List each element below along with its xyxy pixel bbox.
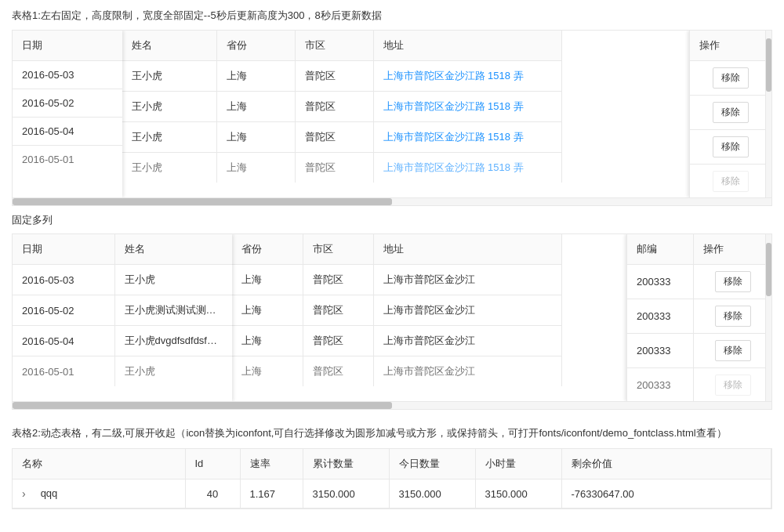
- remove-button[interactable]: 移除: [713, 171, 749, 192]
- col-city-header: 市区: [295, 31, 373, 61]
- table2-left-fixed: 日期 姓名 2016-05-03 王小虎 2016-05-02 王小虎测试测试测…: [13, 234, 232, 401]
- table3-title: 表格2:动态表格，有二级,可展开收起（icon替换为iconfont,可自行选择…: [12, 425, 772, 442]
- col-total-header: 累计数量: [303, 449, 389, 480]
- table-row: 200333 移除: [627, 265, 772, 299]
- col-id-header: Id: [185, 449, 240, 480]
- table-row: 移除: [690, 60, 772, 95]
- col-province-header: 省份: [216, 31, 295, 61]
- table-row: 上海 普陀区 上海市普陀区金沙江: [232, 326, 561, 356]
- table1-section: 表格1:左右固定，高度限制，宽度全部固定--5秒后更新高度为300，8秒后更新数…: [12, 8, 772, 206]
- table-row: 王小虎 上海 普陀区 上海市普陀区金沙江路 1518 弄: [122, 91, 561, 121]
- table-row: 2016-05-03 王小虎: [13, 265, 232, 295]
- row-today: 3150.000: [389, 479, 475, 508]
- table-row: 移除: [690, 129, 772, 164]
- table-row: 2016-05-01 王小虎: [13, 356, 232, 387]
- col-rate-header: 速率: [240, 449, 303, 480]
- scrollbar-thumb-horizontal: [13, 198, 392, 205]
- row-remaining: -76330647.00: [561, 479, 771, 508]
- table-row: 2016-05-02: [13, 89, 122, 117]
- table2-right-fixed: 邮编 操作 200333 移除 200333 移除: [626, 234, 771, 401]
- table-row: 上海 普陀区 上海市普陀区金沙江: [232, 356, 561, 387]
- col-name-header: 姓名: [122, 31, 216, 61]
- table3-section: 表格2:动态表格，有二级,可展开收起（icon替换为iconfont,可自行选择…: [12, 425, 772, 509]
- table-row: 200333 移除: [627, 299, 772, 334]
- col-date2-header: 日期: [13, 234, 114, 265]
- col-hours-header: 小时量: [475, 449, 561, 480]
- table-row: 2016-05-01: [13, 145, 122, 173]
- row-id: 40: [185, 479, 240, 508]
- table2-section: 固定多列 日期 姓名 2016-05-03 王小虎: [12, 212, 772, 411]
- row-rate: 1.167: [240, 479, 303, 508]
- horizontal-scrollbar[interactable]: [12, 198, 772, 206]
- vertical-scrollbar[interactable]: [765, 31, 771, 197]
- table-row: 2016-05-04 王小虎dvgdfsdfdsfdfdfdfdsf: [13, 326, 232, 356]
- table-row: › qqq 40 1.167 3150.000 3150.000 3150.00…: [13, 479, 771, 508]
- col-today-header: 今日数量: [389, 449, 475, 480]
- table-row: 2016-05-03: [13, 60, 122, 89]
- scrollbar-thumb-vertical: [766, 38, 771, 92]
- vertical-scrollbar-2[interactable]: [765, 234, 771, 401]
- expand-icon[interactable]: ›: [22, 487, 34, 500]
- table-row: 2016-05-02 王小虎测试测试测试测试测试宽度: [13, 295, 232, 326]
- remove-button[interactable]: 移除: [715, 271, 751, 292]
- col-zip-header: 邮编: [627, 234, 694, 265]
- col-name2-header: 姓名: [114, 234, 232, 265]
- remove-button[interactable]: 移除: [715, 340, 751, 361]
- table1-title: 表格1:左右固定，高度限制，宽度全部固定--5秒后更新高度为300，8秒后更新数…: [12, 8, 772, 24]
- col-city2-header: 市区: [303, 234, 373, 265]
- col-address2-header: 地址: [373, 234, 561, 265]
- remove-button[interactable]: 移除: [713, 67, 749, 89]
- table-row: 200333 移除: [627, 334, 772, 368]
- table-row: 移除: [690, 164, 772, 197]
- scrollbar-thumb-horizontal-2: [13, 402, 392, 409]
- table-row: 上海 普陀区 上海市普陀区金沙江: [232, 265, 561, 295]
- row-total: 3150.000: [303, 479, 389, 508]
- col-remaining-header: 剩余价值: [561, 449, 771, 480]
- table-row: 移除: [690, 95, 772, 129]
- col-action-header: 操作: [690, 31, 772, 61]
- table2-title: 固定多列: [12, 212, 772, 228]
- remove-button[interactable]: 移除: [715, 375, 751, 396]
- table-row: 2016-05-04: [13, 117, 122, 145]
- row-name: qqq: [41, 487, 58, 499]
- horizontal-scrollbar-2[interactable]: [12, 402, 772, 410]
- col-province2-header: 省份: [232, 234, 303, 265]
- col-date-header: 日期: [13, 31, 122, 61]
- table-row: 王小虎 上海 普陀区 上海市普陀区金沙江路 1518 弄: [122, 60, 561, 91]
- row-hours: 3150.000: [475, 479, 561, 508]
- table-row: 王小虎 上海 普陀区 上海市普陀区金沙江路 1518 弄: [122, 121, 561, 152]
- col-action2-header: 操作: [694, 234, 772, 265]
- table2-center-scroll[interactable]: 省份 市区 地址 上海 普陀区 上海市普陀区金沙江 上海: [232, 234, 626, 401]
- remove-button[interactable]: 移除: [713, 102, 749, 123]
- table3-container[interactable]: 名称 Id 速率 累计数量 今日数量 小时量 剩余价值 › qqq 40 1.1…: [12, 448, 772, 510]
- table1-left-fixed: 日期 2016-05-03 2016-05-02 2016-05-04 2016…: [13, 31, 122, 197]
- remove-button[interactable]: 移除: [713, 136, 749, 157]
- table-row: 王小虎 上海 普陀区 上海市普陀区金沙江路 1518 弄: [122, 152, 561, 183]
- col-address-header: 地址: [373, 31, 561, 61]
- table1-right-fixed: 操作 移除 移除 移除 移除: [689, 31, 771, 197]
- remove-button[interactable]: 移除: [715, 306, 751, 327]
- table-row: 200333 移除: [627, 368, 772, 402]
- table-row: 上海 普陀区 上海市普陀区金沙江: [232, 295, 561, 326]
- scrollbar-thumb-vertical-2: [766, 243, 771, 296]
- col-name3-header: 名称: [13, 449, 185, 480]
- table1-center-scroll[interactable]: 姓名 省份 市区 地址 王小虎 上海 普陀区 上海市普陀区金沙江路 1518 弄: [122, 31, 689, 197]
